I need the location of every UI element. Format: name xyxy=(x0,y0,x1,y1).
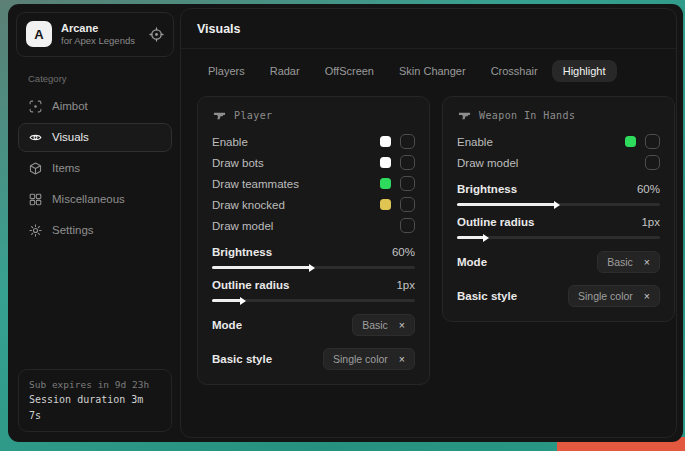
toggle-row-draw-model: Draw model xyxy=(212,215,415,236)
scope-icon[interactable] xyxy=(149,27,164,42)
tab-crosshair[interactable]: Crosshair xyxy=(480,60,549,82)
color-swatch[interactable] xyxy=(380,199,391,210)
checkbox[interactable] xyxy=(645,155,660,170)
sidebar-item-settings[interactable]: Settings xyxy=(18,216,172,245)
slider-track[interactable] xyxy=(457,203,660,206)
toggle-row-draw-knocked: Draw knocked xyxy=(212,194,415,215)
app-window: A Arcane for Apex Legends Category Aimbo… xyxy=(8,4,683,442)
tag-pill-basic[interactable]: Basic× xyxy=(352,314,415,336)
tag-label: Basic style xyxy=(457,290,517,302)
color-swatch[interactable] xyxy=(380,136,391,147)
slider-thumb[interactable] xyxy=(309,264,315,272)
sidebar-item-aimbot[interactable]: Aimbot xyxy=(18,92,172,121)
checkbox[interactable] xyxy=(400,134,415,149)
slider-thumb[interactable] xyxy=(483,234,489,242)
slider-label: Outline radius xyxy=(457,216,534,228)
checkbox[interactable] xyxy=(645,134,660,149)
tab-highlight[interactable]: Highlight xyxy=(552,60,617,82)
tag-pill-basic[interactable]: Basic× xyxy=(597,251,660,273)
panel-title: Player xyxy=(234,110,273,121)
eye-icon xyxy=(28,130,42,144)
checkbox[interactable] xyxy=(400,176,415,191)
tab-skin-changer[interactable]: Skin Changer xyxy=(388,60,477,82)
gun-icon xyxy=(457,108,471,122)
slider-brightness: Brightness60% xyxy=(457,183,660,206)
app-subtitle: for Apex Legends xyxy=(61,35,135,47)
gear-icon xyxy=(28,223,42,237)
panel-header: Weapon In Hands xyxy=(457,108,660,122)
color-swatch[interactable] xyxy=(380,178,391,189)
toggle-row-enable: Enable xyxy=(212,131,415,152)
crosshair-icon xyxy=(28,99,42,113)
slider-track[interactable] xyxy=(457,236,660,239)
sidebar-item-label: Miscellaneous xyxy=(52,193,125,205)
toggle-label: Draw model xyxy=(212,220,400,232)
toggle-row-draw-model: Draw model xyxy=(457,152,660,173)
tag-row-basic-style: Basic styleSingle color× xyxy=(212,348,415,370)
tag-text: Basic xyxy=(362,319,388,331)
tag-pill-single-color[interactable]: Single color× xyxy=(568,285,660,307)
slider-track[interactable] xyxy=(212,266,415,269)
slider-head: Outline radius1px xyxy=(457,216,660,228)
toggle-label: Draw teammates xyxy=(212,178,380,190)
tab-radar[interactable]: Radar xyxy=(259,60,311,82)
remove-tag-icon[interactable]: × xyxy=(644,257,650,268)
session-duration-text: Session duration 3m 7s xyxy=(29,392,161,424)
color-swatch[interactable] xyxy=(625,136,636,147)
slider-value: 1px xyxy=(396,279,415,291)
page-title: Visuals xyxy=(197,22,660,36)
slider-thumb[interactable] xyxy=(554,201,560,209)
checkbox[interactable] xyxy=(400,197,415,212)
slider-fill xyxy=(212,299,242,302)
checkbox[interactable] xyxy=(400,218,415,233)
sidebar-item-label: Items xyxy=(52,162,80,174)
slider-fill xyxy=(457,236,485,239)
brand-text: Arcane for Apex Legends xyxy=(61,21,135,48)
tag-row-mode: ModeBasic× xyxy=(212,314,415,336)
toggle-label: Enable xyxy=(457,136,625,148)
panel-title: Weapon In Hands xyxy=(479,110,575,121)
slider-value: 60% xyxy=(392,246,415,258)
sidebar-item-label: Aimbot xyxy=(52,100,88,112)
tag-text: Single color xyxy=(333,353,388,365)
panel-player: PlayerEnableDraw botsDraw teammatesDraw … xyxy=(197,96,430,385)
sidebar-nav: AimbotVisualsItemsMiscellaneousSettings xyxy=(14,92,176,247)
tag-pill-single-color[interactable]: Single color× xyxy=(323,348,415,370)
checkbox[interactable] xyxy=(400,155,415,170)
toggle-row-draw-bots: Draw bots xyxy=(212,152,415,173)
sidebar-item-visuals[interactable]: Visuals xyxy=(18,123,172,152)
sidebar-item-miscellaneous[interactable]: Miscellaneous xyxy=(18,185,172,214)
slider-outline-radius: Outline radius1px xyxy=(212,279,415,302)
box-icon xyxy=(28,161,42,175)
toggle-row-enable: Enable xyxy=(457,131,660,152)
slider-fill xyxy=(212,266,311,269)
panels-row: PlayerEnableDraw botsDraw teammatesDraw … xyxy=(197,96,660,385)
remove-tag-icon[interactable]: × xyxy=(644,291,650,302)
slider-head: Brightness60% xyxy=(212,246,415,258)
slider-head: Outline radius1px xyxy=(212,279,415,291)
remove-tag-icon[interactable]: × xyxy=(399,320,405,331)
sidebar-item-items[interactable]: Items xyxy=(18,154,172,183)
slider-label: Brightness xyxy=(457,183,517,195)
toggle-label: Draw bots xyxy=(212,157,380,169)
remove-tag-icon[interactable]: × xyxy=(399,354,405,365)
tag-text: Basic xyxy=(607,256,633,268)
color-swatch[interactable] xyxy=(380,157,391,168)
tag-text: Single color xyxy=(578,290,633,302)
tag-label: Basic style xyxy=(212,353,272,365)
brand-card: A Arcane for Apex Legends xyxy=(16,12,174,57)
tag-label: Mode xyxy=(212,319,242,331)
tag-label: Mode xyxy=(457,256,487,268)
slider-outline-radius: Outline radius1px xyxy=(457,216,660,239)
slider-track[interactable] xyxy=(212,299,415,302)
toggle-label: Enable xyxy=(212,136,380,148)
slider-thumb[interactable] xyxy=(240,297,246,305)
app-logo: A xyxy=(26,21,52,47)
main-content: Visuals PlayersRadarOffScreenSkin Change… xyxy=(180,8,677,438)
title-divider xyxy=(181,48,676,49)
gun-icon xyxy=(212,108,226,122)
app-name: Arcane xyxy=(61,21,135,35)
tab-offscreen[interactable]: OffScreen xyxy=(314,60,385,82)
tab-players[interactable]: Players xyxy=(197,60,256,82)
tag-row-mode: ModeBasic× xyxy=(457,251,660,273)
